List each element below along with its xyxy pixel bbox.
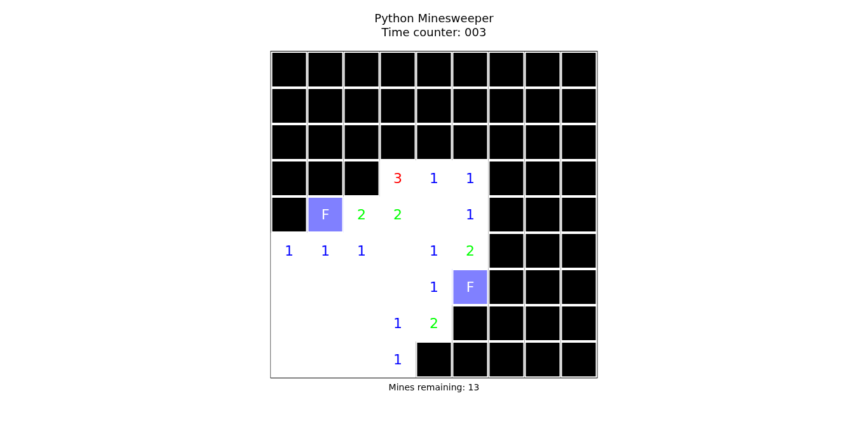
time-counter-label: Time counter: bbox=[382, 25, 465, 39]
cell-empty[interactable] bbox=[380, 233, 416, 269]
mines-remaining: Mines remaining: 13 bbox=[0, 382, 868, 392]
cell-unrevealed[interactable] bbox=[452, 88, 489, 124]
cell-number-1[interactable]: 1 bbox=[380, 341, 416, 378]
cell-unrevealed[interactable] bbox=[380, 52, 416, 88]
cell-unrevealed[interactable] bbox=[380, 124, 416, 160]
cell-empty[interactable] bbox=[308, 305, 344, 341]
cell-unrevealed[interactable] bbox=[271, 88, 308, 124]
cell-number-1[interactable]: 1 bbox=[380, 305, 416, 341]
cell-unrevealed[interactable] bbox=[416, 88, 452, 124]
cell-unrevealed[interactable] bbox=[344, 160, 380, 196]
cell-unrevealed[interactable] bbox=[489, 52, 525, 88]
cell-unrevealed[interactable] bbox=[561, 196, 597, 233]
mines-remaining-value: 13 bbox=[468, 382, 480, 392]
cell-empty[interactable] bbox=[380, 269, 416, 305]
cell-unrevealed[interactable] bbox=[489, 305, 525, 341]
cell-unrevealed[interactable] bbox=[561, 341, 597, 378]
cell-number-2[interactable]: 2 bbox=[452, 233, 489, 269]
cell-empty[interactable] bbox=[308, 341, 344, 378]
cell-unrevealed[interactable] bbox=[525, 124, 561, 160]
minesweeper-board[interactable]: 311F221111121F121 bbox=[271, 52, 597, 378]
cell-number-1[interactable]: 1 bbox=[344, 233, 380, 269]
cell-flag[interactable]: F bbox=[308, 196, 344, 233]
cell-number-1[interactable]: 1 bbox=[452, 160, 489, 196]
game-title: Python Minesweeper bbox=[0, 11, 868, 25]
cell-unrevealed[interactable] bbox=[452, 305, 489, 341]
cell-number-1[interactable]: 1 bbox=[308, 233, 344, 269]
cell-empty[interactable] bbox=[344, 269, 380, 305]
cell-unrevealed[interactable] bbox=[308, 124, 344, 160]
board-frame: 311F221111121F121 bbox=[271, 51, 598, 378]
cell-unrevealed[interactable] bbox=[344, 124, 380, 160]
cell-number-1[interactable]: 1 bbox=[416, 160, 452, 196]
cell-unrevealed[interactable] bbox=[344, 88, 380, 124]
cell-unrevealed[interactable] bbox=[489, 341, 525, 378]
cell-unrevealed[interactable] bbox=[561, 52, 597, 88]
cell-number-1[interactable]: 1 bbox=[271, 233, 308, 269]
cell-unrevealed[interactable] bbox=[525, 52, 561, 88]
cell-unrevealed[interactable] bbox=[416, 52, 452, 88]
minesweeper-stage: Python Minesweeper Time counter: 003 311… bbox=[0, 0, 868, 426]
cell-unrevealed[interactable] bbox=[271, 52, 308, 88]
cell-unrevealed[interactable] bbox=[561, 160, 597, 196]
cell-unrevealed[interactable] bbox=[489, 88, 525, 124]
cell-unrevealed[interactable] bbox=[561, 88, 597, 124]
cell-number-2[interactable]: 2 bbox=[416, 305, 452, 341]
cell-unrevealed[interactable] bbox=[525, 269, 561, 305]
cell-unrevealed[interactable] bbox=[308, 52, 344, 88]
cell-empty[interactable] bbox=[308, 269, 344, 305]
cell-number-1[interactable]: 1 bbox=[416, 233, 452, 269]
cell-unrevealed[interactable] bbox=[344, 52, 380, 88]
cell-unrevealed[interactable] bbox=[416, 341, 452, 378]
cell-unrevealed[interactable] bbox=[561, 124, 597, 160]
cell-flag[interactable]: F bbox=[452, 269, 489, 305]
cell-number-2[interactable]: 2 bbox=[380, 196, 416, 233]
cell-number-2[interactable]: 2 bbox=[344, 196, 380, 233]
cell-unrevealed[interactable] bbox=[489, 160, 525, 196]
cell-unrevealed[interactable] bbox=[561, 269, 597, 305]
cell-unrevealed[interactable] bbox=[525, 160, 561, 196]
cell-unrevealed[interactable] bbox=[489, 124, 525, 160]
cell-unrevealed[interactable] bbox=[271, 196, 308, 233]
cell-number-3[interactable]: 3 bbox=[380, 160, 416, 196]
cell-unrevealed[interactable] bbox=[525, 88, 561, 124]
cell-unrevealed[interactable] bbox=[489, 233, 525, 269]
cell-unrevealed[interactable] bbox=[561, 305, 597, 341]
cell-empty[interactable] bbox=[344, 305, 380, 341]
cell-unrevealed[interactable] bbox=[561, 233, 597, 269]
time-counter-value: 003 bbox=[465, 25, 486, 39]
cell-unrevealed[interactable] bbox=[525, 233, 561, 269]
cell-unrevealed[interactable] bbox=[489, 269, 525, 305]
cell-unrevealed[interactable] bbox=[525, 305, 561, 341]
cell-empty[interactable] bbox=[271, 305, 308, 341]
cell-unrevealed[interactable] bbox=[308, 160, 344, 196]
cell-number-1[interactable]: 1 bbox=[416, 269, 452, 305]
time-counter: Time counter: 003 bbox=[0, 25, 868, 39]
cell-empty[interactable] bbox=[344, 341, 380, 378]
cell-number-1[interactable]: 1 bbox=[452, 196, 489, 233]
cell-unrevealed[interactable] bbox=[525, 341, 561, 378]
cell-empty[interactable] bbox=[416, 196, 452, 233]
title-block: Python Minesweeper Time counter: 003 bbox=[0, 11, 868, 39]
cell-unrevealed[interactable] bbox=[271, 160, 308, 196]
cell-unrevealed[interactable] bbox=[380, 88, 416, 124]
cell-empty[interactable] bbox=[271, 341, 308, 378]
cell-unrevealed[interactable] bbox=[416, 124, 452, 160]
cell-unrevealed[interactable] bbox=[271, 124, 308, 160]
cell-unrevealed[interactable] bbox=[489, 196, 525, 233]
cell-unrevealed[interactable] bbox=[308, 88, 344, 124]
cell-empty[interactable] bbox=[271, 269, 308, 305]
cell-unrevealed[interactable] bbox=[452, 124, 489, 160]
cell-unrevealed[interactable] bbox=[452, 52, 489, 88]
mines-remaining-label: Mines remaining: bbox=[389, 382, 468, 392]
cell-unrevealed[interactable] bbox=[525, 196, 561, 233]
cell-unrevealed[interactable] bbox=[452, 341, 489, 378]
